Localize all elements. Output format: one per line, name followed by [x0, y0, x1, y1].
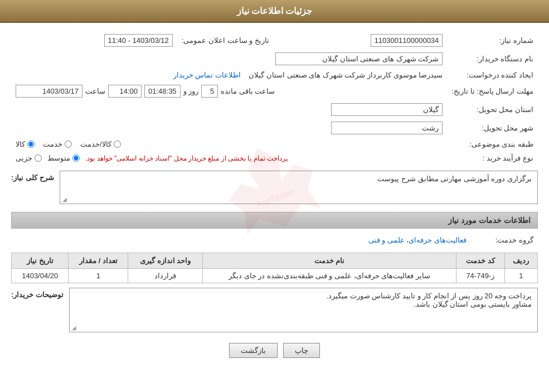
- shomare-niaz-value: 1103001100000034: [371, 34, 443, 47]
- radio-kala[interactable]: [27, 141, 35, 148]
- col-tedad: تعداد / مقدار: [69, 253, 128, 269]
- radio-jozyi-label: جزیی: [16, 154, 32, 162]
- radio-khedmat-item: خدمت: [43, 140, 72, 148]
- chap-button[interactable]: چاپ: [283, 343, 320, 358]
- col-radif: ردیف: [504, 253, 537, 269]
- cell-tedad: 1: [69, 269, 128, 283]
- noe-farayand-label: نوع فرآیند خرید :: [447, 151, 538, 165]
- col-kod-khedmat: کد خدمت: [456, 253, 504, 269]
- radio-jozyi[interactable]: [35, 154, 42, 162]
- cell-kod-khedmat: ز-749-74: [456, 269, 504, 283]
- col-vahed: واحد اندازه گیری: [128, 253, 203, 269]
- mohlat-saat: 14:00: [108, 85, 142, 98]
- col-nam-khedmat: نام خدمت: [202, 253, 456, 269]
- radio-jozyi-item: جزیی: [16, 154, 42, 162]
- resize-handle-sharh: ◢: [62, 196, 67, 202]
- col-tarikh: تاریخ نیاز: [12, 253, 69, 269]
- radio-motavasset-label: متوسط: [47, 154, 70, 162]
- tarikh-elan-label: تاریخ و ساعت اعلان عمومی:: [177, 31, 274, 50]
- radio-kala-khedmat-label: کالا/خدمت: [80, 140, 111, 148]
- radio-khedmat-label: خدمت: [43, 140, 62, 148]
- mohlat-roz-label: روز و: [183, 87, 199, 95]
- cell-nam-khedmat: سایر فعالیت‌های حرفه‌ای، علمی و فنی طبقه…: [202, 269, 456, 283]
- sharh-kolli-niaz-value: برگزاری دوره آموزشی مهارتی مطابق شرح پیو…: [377, 175, 532, 183]
- radio-khedmat[interactable]: [65, 141, 72, 148]
- mohlat-saat-label: ساعت: [85, 87, 105, 95]
- mohlat-ersalPasokh-label: مهلت ارسال پاسخ: تا تاریخ:: [447, 82, 538, 100]
- khadamat-section-header: اطلاعات خدمات مورد نیاز: [11, 212, 538, 229]
- radio-motavasset[interactable]: [72, 154, 80, 162]
- ostand-mahale-value: گیلان: [331, 103, 443, 116]
- shomare-niaz-label: شماره نیاز:: [447, 31, 538, 50]
- tosifat-kharidar-section-label: توضیحات خریدار:: [11, 288, 64, 299]
- bazgasht-button[interactable]: بازگشت: [229, 343, 278, 358]
- note-farayand: پرداخت تمام یا بخشی از مبلغ خریداز محل "…: [85, 154, 288, 162]
- tarikh-elan-value: 1403/03/12 - 11:40: [104, 34, 173, 47]
- khadamat-section-title: اطلاعات خدمات مورد نیاز: [448, 216, 531, 225]
- mohlat-mande: 01:48:35: [144, 85, 181, 98]
- radio-kala-item: کالا: [16, 140, 35, 148]
- radio-kala-khedmat[interactable]: [114, 141, 121, 148]
- mohlat-date: 1403/03/17: [16, 85, 82, 98]
- cell-vahed: قرارداد: [128, 269, 203, 283]
- tosifat-kharidar-box: پرداخت وجه 20 روز پس از انجام کار و تایی…: [69, 288, 538, 332]
- table-row: 1 ز-749-74 سایر فعالیت‌های حرفه‌ای، علمی…: [12, 269, 538, 283]
- nam-dastgah-label: نام دستگاه خریدار:: [447, 50, 538, 68]
- button-row: چاپ بازگشت: [11, 343, 538, 366]
- sharh-kolli-niaz-box: برگزاری دوره آموزشی مهارتی مطابق شرح پیو…: [60, 171, 538, 204]
- ijad-konande-label: ایجاد کننده درخواست:: [447, 68, 538, 82]
- nam-dastgah-value: شرکت شهرک های صنعتی استان گیلان: [275, 52, 443, 65]
- ijad-konande-link[interactable]: اطلاعات تماس خریدار: [173, 71, 241, 79]
- mohlat-roz: 5: [201, 85, 218, 98]
- resize-handle-tosifat: ◢: [72, 325, 76, 331]
- services-table: ردیف کد خدمت نام خدمت واحد اندازه گیری ت…: [11, 253, 538, 283]
- tosifat-kharidar-value: پرداخت وجه 20 روز پس از انجام کار و تایی…: [327, 292, 532, 308]
- grohe-khedmat-label: گروه خدمت:: [471, 233, 538, 247]
- shahr-mahale-label: شهر محل تحویل:: [447, 119, 538, 137]
- radio-kala-label: کالا: [16, 140, 25, 148]
- radio-kala-khedmat-item: کالا/خدمت: [80, 140, 121, 148]
- page-header: جزئیات اطلاعات نیاز: [0, 0, 549, 23]
- cell-tarikh: 1403/04/20: [12, 269, 69, 283]
- grohe-khedmat-value[interactable]: فعالیت‌های حرفه‌ای، علمی و فنی: [368, 236, 467, 244]
- shahr-mahale-value: رشت: [331, 122, 443, 134]
- sharh-kolli-niaz-section-label: شرح کلی نیاز:: [11, 171, 54, 182]
- tabaqebandi-label: طبقه بندی موضوعی:: [447, 137, 538, 151]
- mohlat-mande-label: ساعت باقی مانده: [221, 87, 275, 95]
- cell-radif: 1: [504, 269, 537, 283]
- page-title: جزئیات اطلاعات نیاز: [237, 6, 313, 16]
- ijad-konande-value: سیدرضا موسوی کاربرداز شرکت شهرک های صنعت…: [249, 71, 443, 79]
- main-info-table: شماره نیاز: 1103001100000034 تاریخ و ساع…: [11, 31, 538, 165]
- ostand-mahale-label: استان محل تحویل:: [447, 100, 538, 119]
- khedmat-info-table: گروه خدمت: فعالیت‌های حرفه‌ای، علمی و فن…: [11, 233, 538, 247]
- radio-motavasset-item: متوسط: [47, 154, 80, 162]
